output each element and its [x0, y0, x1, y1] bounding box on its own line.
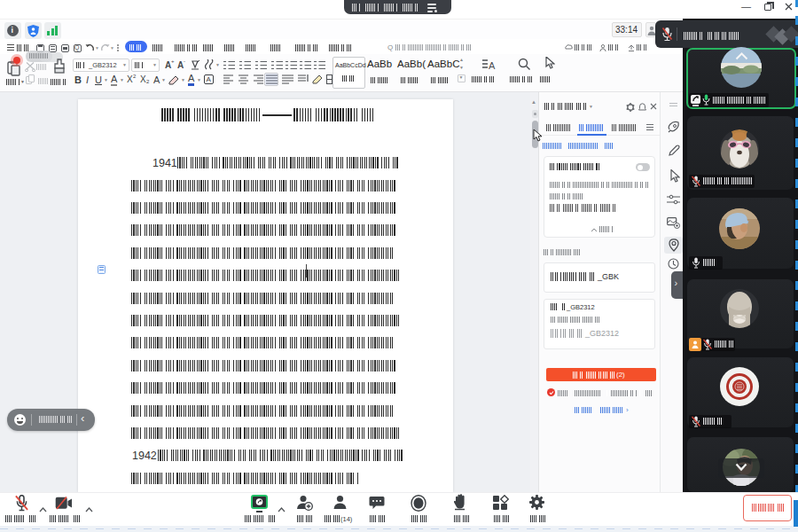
- svg-text:A: A: [489, 60, 496, 71]
